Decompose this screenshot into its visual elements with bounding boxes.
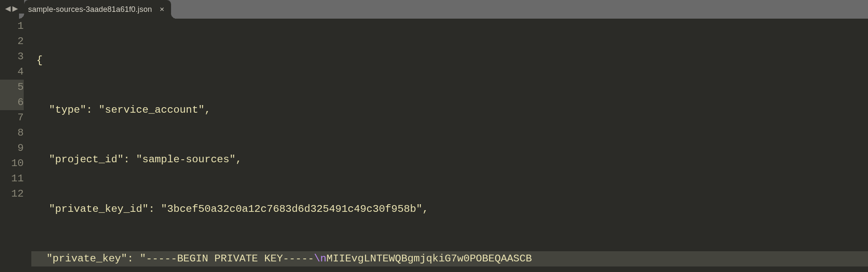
line-number: 10 [0, 156, 24, 171]
line-number: 1 [0, 19, 24, 34]
escape-sequence: \n [314, 253, 326, 264]
line-gutter: 1 2 3 4 5 6 7 8 9 10 11 12 [0, 19, 31, 272]
code-area[interactable]: { "type": "service_account", "project_id… [31, 19, 868, 272]
nav-back-icon[interactable]: ◀ [5, 5, 11, 14]
tab-title: sample-sources-3aade81a61f0.json [28, 5, 152, 14]
code-line: "type": "service_account", [31, 103, 868, 118]
code-line: { [31, 53, 868, 68]
code-line: "private_key_id": "3bcef50a32c0a12c7683d… [31, 202, 868, 217]
code-line: "private_key": "-----BEGIN PRIVATE KEY--… [31, 251, 868, 266]
line-number: 5 [0, 80, 24, 95]
editor-tab[interactable]: sample-sources-3aade81a61f0.json × [24, 0, 171, 19]
tab-bar: ◀ ▶ sample-sources-3aade81a61f0.json × [0, 0, 868, 19]
line-number: 12 [0, 186, 24, 202]
line-number: 2 [0, 34, 24, 49]
line-number: 3 [0, 49, 24, 64]
line-number: 6 [0, 95, 24, 110]
line-number: 7 [0, 110, 24, 125]
line-number: 11 [0, 171, 24, 186]
nav-forward-icon[interactable]: ▶ [12, 5, 18, 14]
line-number: 8 [0, 125, 24, 141]
line-number: 4 [0, 64, 24, 80]
close-icon[interactable]: × [160, 5, 164, 14]
line-number: 9 [0, 141, 24, 156]
editor[interactable]: 1 2 3 4 5 6 7 8 9 10 11 12 { "type": "se… [0, 19, 868, 272]
code-line: "project_id": "sample-sources", [31, 152, 868, 167]
